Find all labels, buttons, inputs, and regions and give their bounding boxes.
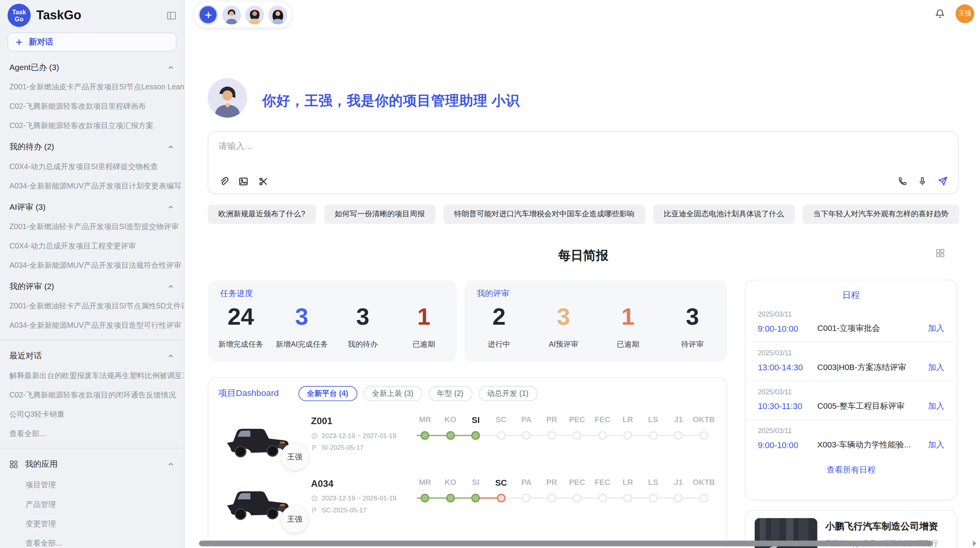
section-title: 最近对话	[9, 350, 42, 361]
sidebar-section-header[interactable]: 最近对话	[0, 345, 184, 366]
join-meeting-link[interactable]: 加入	[928, 323, 944, 334]
dashboard-tab[interactable]: 全新平台 (4)	[298, 386, 357, 401]
sidebar-section: 我的待办 (2) C0X4-动力总成开发项目SI里程碑提交物检查A034-全新新…	[0, 136, 184, 196]
chat-input[interactable]	[218, 141, 906, 168]
project-image: 王强	[218, 412, 311, 469]
milestone-label: PR	[539, 478, 564, 487]
chevron-up-icon	[167, 143, 175, 151]
milestone-label: PEC	[564, 478, 589, 487]
sidebar-item[interactable]: 查看全部...	[0, 424, 184, 444]
new-chat-button[interactable]: 新对话	[7, 33, 176, 51]
stat-value: 2	[492, 304, 505, 331]
join-meeting-link[interactable]: 加入	[928, 401, 944, 412]
schedule-event-title: X003-车辆动力学性能验...	[817, 439, 928, 450]
milestone-label: FEC	[590, 478, 615, 487]
stat-label: 新增AI完成任务	[276, 339, 328, 349]
sidebar-section-header[interactable]: AI评审 (3)	[0, 196, 184, 217]
sidebar-item[interactable]: Z001-全新燃油轻卡产品开发项目SI造型提交物评审	[0, 217, 184, 236]
stat-label: 进行中	[488, 339, 510, 349]
send-icon[interactable]	[937, 176, 948, 186]
join-meeting-link[interactable]: 加入	[928, 362, 944, 373]
suggestion-chip[interactable]: 当下年轻人对汽车外观有怎样的喜好趋势	[803, 205, 959, 224]
sidebar-section-header[interactable]: Agent已办 (3)	[0, 57, 184, 78]
milestone-dot	[624, 494, 632, 503]
main-content: 你好，王强，我是你的项目管理助理 小识	[185, 0, 980, 548]
sidebar-app-subitem[interactable]: 变更管理	[0, 514, 184, 534]
attachment-icon[interactable]	[218, 176, 228, 187]
scissors-icon[interactable]	[259, 176, 269, 187]
sidebar-app-subitem[interactable]: 查看全部...	[0, 534, 184, 548]
suggestion-chip[interactable]: 比亚迪全固态电池计划具体说了什么	[653, 205, 794, 224]
milestone-label: PR	[539, 416, 564, 425]
stat: 3新增AI完成任务	[271, 304, 332, 350]
sidebar-item[interactable]: A034-全新新能源MUV产品开发项目计划变更表编写	[0, 176, 184, 196]
milestone-dot	[598, 494, 607, 503]
sidebar-section-header[interactable]: 我的评审 (2)	[0, 275, 184, 296]
suggestion-chip[interactable]: 欧洲新规最近颁布了什么?	[208, 205, 316, 224]
sidebar-app-subitem[interactable]: 产品管理	[0, 495, 184, 514]
clock-icon	[311, 432, 318, 439]
sidebar-item[interactable]: Z001-全新燃油轻卡产品开发项目SI节点属性5D文件评审	[0, 296, 184, 316]
apps-grid-icon	[9, 460, 18, 469]
milestone-dot	[497, 431, 505, 440]
flag-icon	[311, 444, 318, 451]
sidebar-item[interactable]: A034-全新新能源MUV产品开发项目造型可行性评审	[0, 316, 184, 335]
scroll-right-arrow-icon[interactable]	[971, 540, 978, 547]
sidebar-section: 我的评审 (2) Z001-全新燃油轻卡产品开发项目SI节点属性5D文件评审A0…	[0, 275, 184, 335]
dashboard-tab[interactable]: 年型 (2)	[428, 386, 472, 401]
sidebar-section: AI评审 (3) Z001-全新燃油轻卡产品开发项目SI造型提交物评审C0X4-…	[0, 196, 184, 275]
chevron-up-icon	[167, 283, 175, 290]
sidebar-item[interactable]: 公司Q3轻卡销量	[0, 405, 184, 424]
project-row[interactable]: 王强 Z001 2023-12-19 ~ 2027-01-19 SI-2025-…	[208, 407, 726, 469]
view-all-schedule-link[interactable]: 查看所有日程	[745, 464, 957, 476]
greeting-text: 你好，王强，我是你的项目管理助理 小识	[262, 91, 520, 110]
milestone-label: PA	[514, 416, 539, 425]
phone-icon[interactable]	[897, 176, 907, 186]
microphone-icon[interactable]	[917, 176, 927, 186]
project-row[interactable]: 王强 A034 2023-12-19 ~ 2026-01-19 SC-2025-…	[208, 469, 726, 532]
plus-icon	[15, 38, 23, 46]
sidebar-item-my-apps[interactable]: 我的应用	[0, 453, 184, 476]
horizontal-scrollbar-thumb[interactable]	[199, 541, 932, 546]
milestone-label: SI	[463, 478, 488, 487]
sidebar-collapse-icon[interactable]	[166, 10, 176, 21]
sidebar-item[interactable]: Z001-全新燃油皮卡产品开发项目SI节点Lesson Learn报告	[0, 77, 184, 97]
suggestion-chip[interactable]: 如何写一份清晰的项目周报	[324, 205, 435, 224]
schedule-time: 13:00-14:30	[758, 363, 817, 372]
sidebar-item[interactable]: C0X4-动力总成开发项目SI里程碑提交物检查	[0, 157, 184, 176]
daily-briefing-title: 每日简报	[208, 247, 959, 264]
sidebar-section: Agent已办 (3) Z001-全新燃油皮卡产品开发项目SI节点Lesson …	[0, 57, 184, 136]
schedule-event-title: C003|H0B-方案冻结评审	[817, 362, 928, 373]
sidebar-item[interactable]: 解释最新出台的欧盟报废车法规再生塑料比例被调至15%...	[0, 366, 184, 385]
milestone-dot	[624, 431, 632, 440]
input-tools-right	[897, 176, 948, 186]
briefing-layout-icon[interactable]	[935, 248, 945, 258]
sidebar-app-subitem[interactable]: 项目管理	[0, 476, 184, 495]
milestone-label: OKTB	[691, 416, 716, 425]
stat-label: 新增完成任务	[218, 339, 263, 349]
sidebar-divider	[0, 448, 184, 449]
milestone-label: LR	[615, 416, 640, 425]
section-title: 我的评审 (2)	[9, 281, 54, 292]
suggestion-chip[interactable]: 特朗普可能对进口汽车增税会对中国车企造成哪些影响	[444, 205, 645, 224]
schedule-time: 9:00-10:00	[758, 440, 817, 449]
project-info: Z001 2023-12-19 ~ 2027-01-19 SI-2025-05-…	[311, 412, 410, 451]
sidebar-item[interactable]: C02-飞腾新能源轻客改款项目里程碑画布	[0, 97, 184, 116]
milestone-label: KO	[438, 478, 463, 487]
sidebar-item[interactable]: A034-全新新能源MUV产品开发项目法规符合性评审	[0, 256, 184, 275]
sidebar-item[interactable]: C02-飞腾新能源轻客改款项目立项汇报方案	[0, 116, 184, 136]
sidebar-item[interactable]: C02-飞腾新能源轻客改款项目的闭环通告反馈情况	[0, 385, 184, 405]
join-meeting-link[interactable]: 加入	[928, 439, 944, 450]
milestone-dot	[674, 494, 683, 503]
card-title: 任务进度	[220, 288, 253, 299]
milestone-label: KO	[438, 416, 463, 425]
dashboard-tab[interactable]: 全新上装 (3)	[363, 386, 422, 401]
schedule-date: 2025/03/11	[758, 388, 944, 395]
sidebar-section: 最近对话 解释最新出台的欧盟报废车法规再生塑料比例被调至15%...C02-飞腾…	[0, 345, 184, 444]
dashboard-tab[interactable]: 动总开发 (1)	[478, 386, 537, 401]
sidebar-item[interactable]: C0X4-动力总成开发项目工程变更评审	[0, 236, 184, 256]
stat-value: 3	[557, 304, 570, 331]
milestone-label: MR	[412, 478, 437, 487]
sidebar-section-header[interactable]: 我的待办 (2)	[0, 136, 184, 157]
image-upload-icon[interactable]	[238, 176, 248, 187]
